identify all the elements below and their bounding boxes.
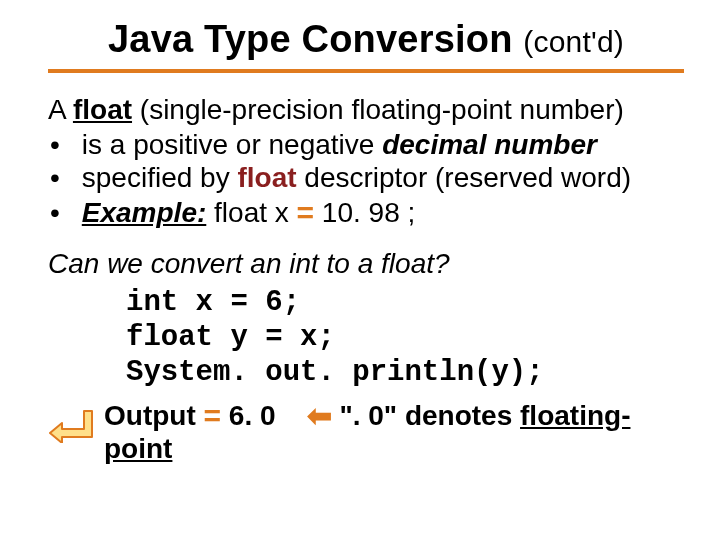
bullet-3-label: Example: [82, 197, 207, 228]
output-label-pre: Output [104, 400, 204, 431]
slide: Java Type Conversion (cont'd) A float (s… [0, 0, 720, 540]
code-line-3: System. out. println(y); [126, 355, 684, 390]
equals-icon: = [297, 196, 315, 229]
bullet-2-pre: specified by [82, 162, 238, 193]
output-value: 6. 0 [221, 400, 275, 431]
bullet-3-pre: float x [206, 197, 296, 228]
bullet-2-keyword: float [237, 162, 296, 193]
bullet-2: specified by float descriptor (reserved … [74, 161, 684, 194]
bullet-1: is a positive or negative decimal number [74, 128, 684, 161]
code-block: int x = 6; float y = x; System. out. pri… [126, 285, 684, 391]
intro-post: (single-precision floating-point number) [132, 94, 624, 125]
bullet-1-em: decimal number [382, 129, 597, 160]
bullet-list: is a positive or negative decimal number… [48, 128, 684, 229]
intro-keyword: float [73, 94, 132, 125]
intro-pre: A [48, 94, 73, 125]
left-arrow-icon: ⬅ [307, 399, 332, 432]
return-arrow-icon [48, 409, 94, 443]
slide-title: Java Type Conversion (cont'd) [48, 18, 684, 73]
output-note-pre: ". 0" denotes [339, 400, 520, 431]
title-main: Java Type Conversion [108, 18, 513, 60]
bullet-3: Example: float x = 10. 98 ; [74, 194, 684, 229]
equals-icon: = [204, 399, 222, 432]
slide-body: A float (single-precision floating-point… [48, 93, 684, 465]
output-row: Output = 6. 0 ⬅ ". 0" denotes floating-p… [48, 397, 684, 465]
bullet-2-post: descriptor (reserved word) [297, 162, 632, 193]
code-line-2: float y = x; [126, 320, 684, 355]
code-line-1: int x = 6; [126, 285, 684, 320]
bullet-3-post: 10. 98 ; [314, 197, 415, 228]
bullet-1-pre: is a positive or negative [82, 129, 382, 160]
output-text: Output = 6. 0 ⬅ ". 0" denotes floating-p… [104, 397, 684, 465]
intro-line: A float (single-precision floating-point… [48, 93, 684, 126]
question-line: Can we convert an int to a float? [48, 247, 684, 280]
title-sub: (cont'd) [523, 25, 624, 58]
